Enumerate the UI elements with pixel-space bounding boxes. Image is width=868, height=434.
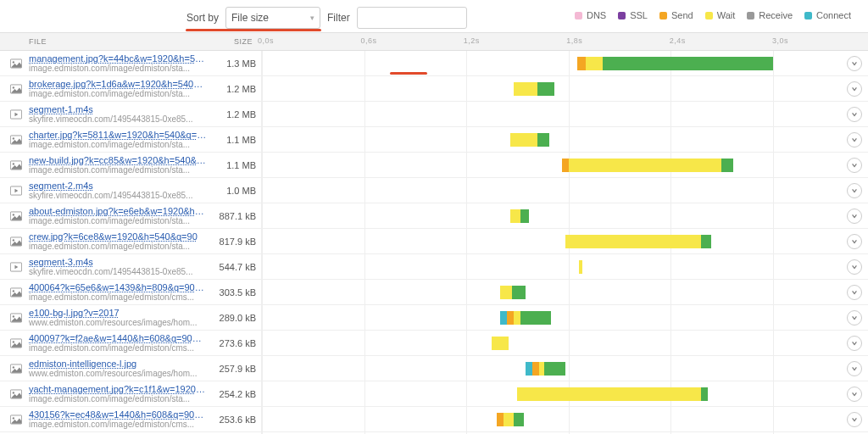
expand-row-button[interactable] bbox=[847, 107, 862, 122]
file-cell: 400064?k=65e6&w=1439&h=809&q=90&o=c[0...… bbox=[29, 282, 207, 302]
waterfall-bar[interactable] bbox=[562, 159, 734, 172]
file-link[interactable]: management.jpg?k=44bc&w=1920&h=540&q=90 bbox=[29, 53, 207, 64]
size-cell: 289.0 kB bbox=[207, 313, 261, 323]
waterfall-cell bbox=[261, 51, 841, 75]
file-host: image.edmiston.com/image/edmiston/cms... bbox=[29, 420, 207, 429]
svg-point-10 bbox=[13, 163, 14, 164]
timeline-header: 0,0s0,6s1,2s1,8s2,4s3,0s bbox=[258, 33, 841, 50]
waterfall-segment-wait bbox=[510, 133, 537, 147]
file-host: skyfire.vimeocdn.com/1495443815-0xe85... bbox=[29, 191, 207, 200]
file-link[interactable]: segment-1.m4s bbox=[29, 104, 207, 114]
waterfall-bar[interactable] bbox=[500, 286, 526, 299]
sort-select[interactable]: File size ▾ bbox=[225, 7, 320, 29]
waterfall-bar[interactable] bbox=[577, 57, 773, 70]
waterfall-segment-send bbox=[562, 159, 569, 172]
table-row: new-build.jpg?k=cc85&w=1920&h=540&q=90im… bbox=[0, 153, 868, 178]
expand-row-button[interactable] bbox=[847, 412, 862, 427]
file-link[interactable]: 400064?k=65e6&w=1439&h=809&q=90&o=c[0... bbox=[29, 282, 207, 292]
expand-row-button[interactable] bbox=[847, 81, 862, 97]
waterfall-bar[interactable] bbox=[497, 413, 524, 426]
file-link[interactable]: e100-bg-l.jpg?v=2017 bbox=[29, 308, 207, 318]
file-link[interactable]: charter.jpg?k=5811&w=1920&h=540&q=90 bbox=[29, 130, 207, 140]
video-icon bbox=[0, 109, 29, 120]
expand-row-button[interactable] bbox=[847, 234, 862, 249]
waterfall-segment-wait bbox=[492, 337, 509, 350]
legend-item: Wait bbox=[705, 10, 736, 20]
waterfall-segment-connect bbox=[500, 311, 507, 325]
waterfall-bar[interactable] bbox=[514, 82, 554, 96]
sort-select-value: File size bbox=[231, 12, 269, 24]
filter-input[interactable] bbox=[357, 7, 467, 29]
waterfall-bar[interactable] bbox=[517, 387, 708, 401]
expand-row-button[interactable] bbox=[847, 56, 862, 71]
waterfall-bar[interactable] bbox=[500, 311, 551, 325]
waterfall-segment-wait bbox=[579, 260, 582, 274]
size-cell: 253.6 kB bbox=[207, 415, 261, 425]
size-cell: 1.1 MB bbox=[207, 160, 261, 170]
waterfall-segment-receive bbox=[544, 362, 565, 376]
file-link[interactable]: edmiston-intelligence-l.jpg bbox=[29, 359, 207, 369]
file-host: image.edmiston.com/image/edmiston/cms... bbox=[29, 343, 207, 353]
column-size: SIZE bbox=[207, 37, 258, 46]
expand-row-button[interactable] bbox=[847, 310, 862, 326]
file-link[interactable]: yacht-management.jpg?k=c1f1&w=1920&h=... bbox=[29, 384, 207, 394]
expand-row-button[interactable] bbox=[847, 158, 862, 173]
size-cell: 1.2 MB bbox=[207, 109, 261, 120]
legend-label: Wait bbox=[717, 10, 736, 20]
image-icon bbox=[0, 415, 29, 425]
legend-label: Connect bbox=[816, 10, 851, 20]
table-row: yacht-management.jpg?k=c1f1&w=1920&h=...… bbox=[0, 381, 868, 407]
expand-row-button[interactable] bbox=[847, 209, 862, 224]
expand-row-button[interactable] bbox=[847, 387, 862, 402]
legend-item: Connect bbox=[804, 10, 851, 20]
file-cell: crew.jpg?k=6ce8&w=1920&h=540&q=90image.e… bbox=[29, 231, 207, 251]
file-link[interactable]: crew.jpg?k=6ce8&w=1920&h=540&q=90 bbox=[29, 231, 207, 242]
annotation-underline bbox=[186, 29, 321, 31]
expand-row-button[interactable] bbox=[847, 183, 862, 198]
file-link[interactable]: 400097?k=f2ae&w=1440&h=608&q=90&o=c bbox=[29, 333, 207, 343]
waterfall-cell bbox=[261, 331, 841, 355]
legend-label: Receive bbox=[759, 10, 793, 20]
waterfall-segment-wait bbox=[569, 159, 722, 172]
legend-swatch bbox=[575, 12, 582, 19]
table-row: 400097?k=f2ae&w=1440&h=608&q=90&o=cimage… bbox=[0, 331, 868, 356]
waterfall-bar[interactable] bbox=[510, 209, 529, 223]
waterfall-segment-receive bbox=[537, 82, 554, 96]
file-link[interactable]: segment-3.m4s bbox=[29, 257, 207, 267]
size-cell: 273.6 kB bbox=[207, 338, 261, 348]
timeline-tick: 2,4s bbox=[670, 36, 686, 45]
table-row: charter.jpg?k=5811&w=1920&h=540&q=90imag… bbox=[0, 127, 868, 153]
image-icon bbox=[0, 287, 29, 298]
waterfall-segment-send bbox=[507, 311, 514, 325]
waterfall-bar[interactable] bbox=[565, 235, 712, 248]
file-cell: brokerage.jpg?k=1d6a&w=1920&h=540&q=90im… bbox=[29, 79, 207, 98]
timeline-tick: 0,0s bbox=[258, 36, 274, 45]
legend-label: DNS bbox=[587, 10, 606, 20]
file-cell: management.jpg?k=44bc&w=1920&h=540&q=90i… bbox=[29, 53, 207, 73]
waterfall-cell bbox=[261, 102, 841, 126]
waterfall-bar[interactable] bbox=[579, 260, 582, 274]
file-link[interactable]: new-build.jpg?k=cc85&w=1920&h=540&q=90 bbox=[29, 155, 207, 165]
waterfall-bar[interactable] bbox=[526, 362, 565, 376]
waterfall-bar[interactable] bbox=[492, 337, 509, 350]
expand-row-button[interactable] bbox=[847, 336, 862, 351]
waterfall-segment-send bbox=[577, 57, 586, 70]
sort-by-label: Sort by bbox=[186, 12, 219, 24]
expand-row-button[interactable] bbox=[847, 361, 862, 376]
waterfall-segment-wait bbox=[504, 413, 514, 426]
waterfall-segment-receive bbox=[701, 235, 711, 248]
video-icon bbox=[0, 262, 29, 272]
svg-point-13 bbox=[13, 214, 14, 215]
expand-row-button[interactable] bbox=[847, 132, 862, 147]
file-host: image.edmiston.com/image/edmiston/sta... bbox=[29, 64, 207, 73]
file-link[interactable]: 430156?k=ec48&w=1440&h=608&q=90&o=c bbox=[29, 409, 207, 420]
size-cell: 1.1 MB bbox=[207, 135, 261, 145]
legend: DNSSSLSendWaitReceiveConnect bbox=[575, 10, 851, 20]
expand-row-button[interactable] bbox=[847, 259, 862, 275]
size-cell: 887.1 kB bbox=[207, 211, 261, 221]
waterfall-bar[interactable] bbox=[510, 133, 549, 147]
expand-row-button[interactable] bbox=[847, 285, 862, 300]
file-link[interactable]: about-edmiston.jpg?k=e6eb&w=1920&h=71... bbox=[29, 206, 207, 216]
file-link[interactable]: segment-2.m4s bbox=[29, 181, 207, 191]
file-link[interactable]: brokerage.jpg?k=1d6a&w=1920&h=540&q=90 bbox=[29, 79, 207, 89]
